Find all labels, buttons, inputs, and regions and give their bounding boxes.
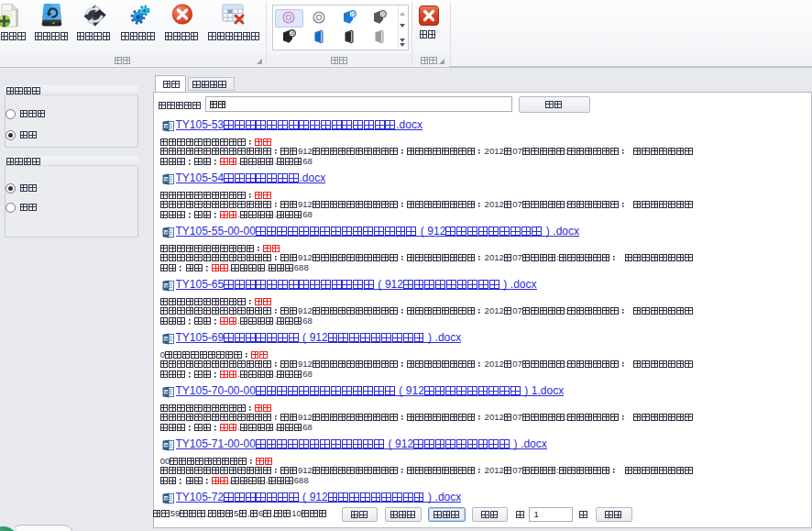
svg-text:16: 16: [350, 12, 356, 17]
svg-text:16: 16: [290, 31, 295, 36]
svg-text:16: 16: [380, 12, 386, 17]
